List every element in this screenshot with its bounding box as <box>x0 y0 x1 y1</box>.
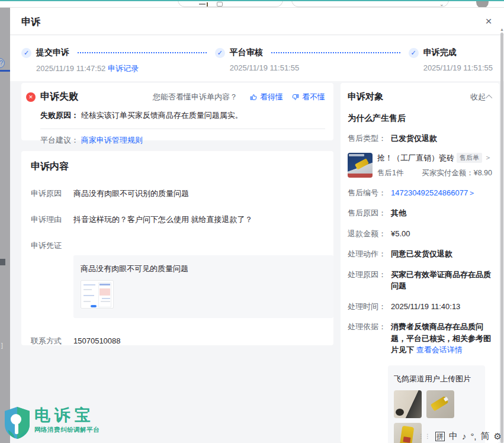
handle-action-row: 处理动作： 同意已发货仅退款 <box>348 248 492 260</box>
field-value: 2025/11/19 11:40:13 <box>391 301 460 313</box>
error-icon: ✕ <box>26 92 36 102</box>
aftersale-reason-row: 售后原因： 其他 <box>348 207 492 219</box>
check-icon: ✓ <box>409 48 419 58</box>
dsb-watermark-logo: 电诉宝 网络消费纠纷调解平台 <box>4 406 99 439</box>
paid-label: 买家实付金额： <box>422 169 474 177</box>
field-label: 退款金额： <box>348 228 386 240</box>
handle-reason-row: 处理原因： 买家已有效举证商品存在品质问题 <box>348 269 492 292</box>
step-complete: ✓ 申诉完成 2025/11/19 11:51:55 <box>409 47 493 81</box>
product-row[interactable]: 抢！（工厂直销）瓷砖地砖... 售后单 ＞ 售后1件 买家实付金额：¥8.90 <box>348 153 492 178</box>
step-connector <box>271 52 400 53</box>
product-title: 抢！（工厂直销）瓷砖地砖... <box>377 153 454 163</box>
modal-header: 申诉 × <box>10 8 504 35</box>
chevron-right-icon[interactable]: ＞ <box>468 188 476 197</box>
chevron-right-icon: ＞ <box>484 153 492 163</box>
ime-punctuation-toggle[interactable]: °, <box>470 431 476 441</box>
contact-value: 15070510088 <box>73 336 121 346</box>
step-time: 2025/11/19 11:51:55 <box>230 63 299 72</box>
ime-drag-handle[interactable]: ⋮⋮ <box>418 433 431 439</box>
not-understand-label: 看不懂 <box>302 92 325 102</box>
divider <box>40 129 325 129</box>
close-icon[interactable]: × <box>483 15 495 27</box>
collapse-button[interactable]: 收起 <box>470 92 492 102</box>
contact-row: 联系方式 15070510088 <box>31 336 325 346</box>
appeal-result-title: 申诉失败 <box>40 91 78 103</box>
thumb-down-icon <box>291 93 300 101</box>
step-label: 申诉完成 <box>423 47 457 58</box>
fail-reason-label: 失败原因： <box>40 111 79 120</box>
tab-cursor-decoration <box>207 2 208 7</box>
ime-simplified-toggle[interactable]: 简 <box>481 431 490 442</box>
field-value: 已发货仅退款 <box>391 133 437 145</box>
evidence-text: 商品没有肉眼不可见的质量问题 <box>81 264 326 274</box>
aftersale-badge: 售后单 <box>457 153 482 163</box>
field-label: 售后编号： <box>348 187 386 199</box>
ime-voice-icon[interactable]: ♪ <box>462 431 467 441</box>
user-photo-2[interactable] <box>426 390 454 418</box>
ime-settings-gear-icon[interactable]: ⚙ <box>494 431 502 442</box>
appeal-rules-link[interactable]: 商家申诉管理规则 <box>81 136 143 145</box>
understand-label: 看得懂 <box>260 92 283 102</box>
photos-title: 飞鸽渠道用户上传图片 <box>394 374 479 384</box>
paid-value: ¥8.90 <box>474 169 492 177</box>
check-icon: ✓ <box>21 48 31 58</box>
survey-question: 您能否看懂申诉单内容？ <box>153 92 237 102</box>
modal-title: 申诉 <box>21 16 40 28</box>
row-label: 申诉凭证 <box>31 240 62 251</box>
ime-scheme-toggle[interactable]: 拼 <box>435 432 445 441</box>
row-value: 抖音这样玩的？客户问下怎么使用 就给直接退款了？ <box>73 214 253 225</box>
appeal-progress-stepper: ✓ 提交申诉 2025/11/19 11:47:52 申诉记录 ✓ 平台审核 2… <box>10 36 504 81</box>
browser-chrome: ⌄ <box>0 0 504 8</box>
field-label: 处理依据： <box>348 321 386 356</box>
target-title: 申诉对象 <box>348 91 383 102</box>
watermark-name: 电诉宝 <box>34 406 99 424</box>
evidence-screenshot-thumbnail[interactable] <box>81 280 114 309</box>
collapse-label: 收起 <box>470 92 486 102</box>
field-value: 买家已有效举证商品存在品质问题 <box>391 269 492 292</box>
view-conversation-link[interactable]: 查看会话详情 <box>416 345 463 354</box>
download-icon[interactable]: ⌄ <box>439 2 444 7</box>
appeal-record-link[interactable]: 申诉记录 <box>108 64 139 73</box>
understand-button[interactable]: 看得懂 <box>249 92 283 102</box>
appeal-reason-row: 申诉原因 商品没有肉眼不可识别的质量问题 <box>31 188 325 199</box>
browser-tab-pill[interactable] <box>178 0 283 7</box>
browser-avatar[interactable] <box>476 0 489 8</box>
evidence-box: 商品没有肉眼不可见的质量问题 <box>73 255 333 318</box>
appeal-result-card: ✕ 申诉失败 您能否看懂申诉单内容？ 看得懂 看不懂 失败原因： 经核实该订单买… <box>21 83 333 140</box>
row-label: 申诉理由 <box>31 214 62 225</box>
step-label: 提交申诉 <box>36 47 69 58</box>
aftersale-order-link[interactable]: 147230492524866077 <box>391 188 468 197</box>
field-label: 处理动作： <box>348 248 386 260</box>
aftersale-type-row: 售后类型： 已发货仅退款 <box>348 133 492 145</box>
backdrop-bracket: ] <box>1 342 3 349</box>
step-time: 2025/11/19 11:47:52 <box>36 64 105 73</box>
chevron-up-icon <box>486 94 492 101</box>
appeal-modal: 申诉 × ✓ 提交申诉 2025/11/19 11:47:52 申诉记录 ✓ 平… <box>10 8 504 443</box>
fail-reason-text: 经核实该订单买家反馈商品存在质量问题属实。 <box>81 111 243 120</box>
ime-lang-toggle[interactable]: 中 <box>449 431 458 442</box>
step-label: 平台审核 <box>230 47 263 58</box>
appeal-argument-row: 申诉理由 抖音这样玩的？客户问下怎么使用 就给直接退款了？ <box>31 214 325 225</box>
step-connector <box>78 52 207 53</box>
appeal-content-title: 申诉内容 <box>31 160 325 173</box>
modal-backdrop: ? ] <box>0 8 10 443</box>
field-value: 其他 <box>391 207 406 219</box>
step-time: 2025/11/19 11:51:55 <box>423 63 493 72</box>
field-label: 处理原因： <box>348 269 386 292</box>
help-icon: ? <box>0 58 5 68</box>
appeal-evidence-row: 申诉凭证 <box>31 240 325 251</box>
step-review: ✓ 平台审核 2025/11/19 11:51:55 <box>215 47 409 81</box>
not-understand-button[interactable]: 看不懂 <box>291 92 325 102</box>
refund-amount-row: 退款金额： ¥5.00 <box>348 228 492 240</box>
handle-basis-row: 处理依据： 消费者反馈商品存在品质问题，平台已核实，相关参考图片见下 查看会话详… <box>348 321 492 356</box>
browser-search-pill[interactable] <box>291 0 449 7</box>
thumb-up-icon <box>249 93 258 101</box>
handle-time-row: 处理时间： 2025/11/19 11:40:13 <box>348 301 492 313</box>
scrollbar-thumb[interactable] <box>500 33 503 443</box>
tab-favicon <box>217 2 223 7</box>
aftersale-order-row: 售后编号： 147230492524866077＞ <box>348 187 492 199</box>
user-photo-1[interactable] <box>394 390 422 418</box>
row-label: 申诉原因 <box>31 188 62 199</box>
scrollbar-up-arrow[interactable]: ▲ <box>500 27 503 31</box>
field-value: 同意已发货仅退款 <box>391 248 452 260</box>
